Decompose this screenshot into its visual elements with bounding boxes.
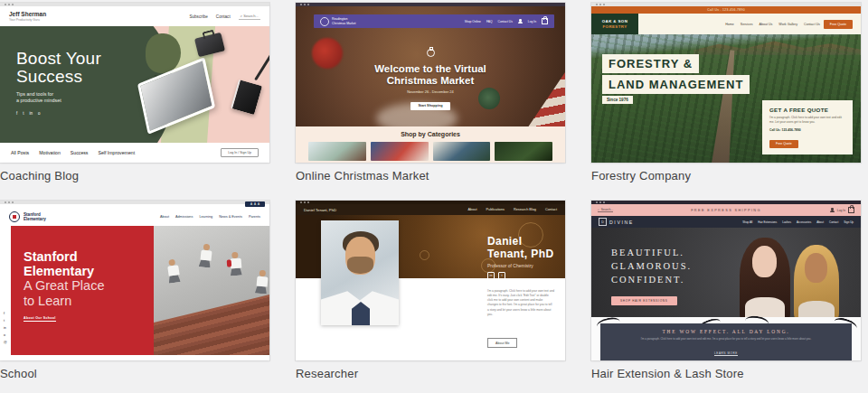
- bubble-decoration: [420, 250, 429, 260]
- template-grid: Jeff Sherman Your Productivity Guru Subs…: [0, 3, 861, 380]
- about-school-button: About Our School: [24, 316, 56, 322]
- section-title: Shop by Categories: [296, 131, 565, 137]
- blog-category-bar: All Posts Motivation Success Self Improv…: [0, 143, 269, 163]
- hero-headline: Welcome to the Virtual Christmas Market: [296, 63, 565, 87]
- event-dates: November 26 - December 24: [296, 89, 565, 94]
- linkedin-icon: in: [487, 272, 495, 278]
- nav-learning: Learning: [199, 215, 212, 219]
- template-card-coaching-blog[interactable]: Jeff Sherman Your Productivity Guru Subs…: [0, 3, 269, 182]
- twitter-icon: t: [4, 319, 7, 323]
- facebook-icon: f: [16, 111, 17, 116]
- notebook-image: [231, 80, 262, 115]
- template-card-lash-store[interactable]: ⌕ Search... FREE EXPRESS SHIPPING Log In…: [591, 201, 861, 380]
- lash-store-thumbnail[interactable]: ⌕ Search... FREE EXPRESS SHIPPING Log In…: [591, 201, 861, 360]
- nav-accessories: Accessories: [797, 220, 811, 224]
- template-label: Researcher: [296, 367, 565, 380]
- brick-steps: [154, 285, 269, 355]
- learn-more-link: LEARN MORE: [714, 351, 738, 356]
- template-card-forestry[interactable]: Call Us - 123-456-7890 OAK & SON FORESTR…: [591, 3, 861, 182]
- nav-about: About: [468, 208, 477, 211]
- christmas-market-thumbnail[interactable]: Readington Christmas Market Shop Online …: [296, 3, 565, 163]
- nav-contact: Contact: [829, 220, 838, 224]
- site-tagline: Your Productivity Guru: [9, 18, 46, 22]
- hero-headline: BEAUTIFUL. GLAMOROUS. CONFIDENT.: [611, 246, 692, 287]
- school-crest-icon: [9, 211, 20, 222]
- model-blonde: [794, 245, 839, 317]
- site-logo-icon: D: [599, 218, 607, 226]
- nav-home: Home: [725, 23, 734, 26]
- category-image: [495, 142, 552, 161]
- banner-text: I'm a paragraph. Click here to add your …: [620, 337, 832, 342]
- facebook-icon: f: [4, 312, 7, 315]
- nav-admissions: Admissions: [175, 215, 193, 219]
- student-figure: [166, 258, 181, 284]
- site-header: Stanford Elementary About Admissions Lea…: [0, 208, 269, 226]
- template-card-school[interactable]: AAA Stanford Elementary About Admissions…: [0, 201, 269, 380]
- template-card-researcher[interactable]: Daniel Tenant, PhD About Publications Re…: [296, 201, 565, 380]
- student-figure: [230, 251, 243, 276]
- shipping-banner: FREE EXPRESS SHIPPING: [591, 209, 861, 212]
- hero-headline: Stanford Elementary A Great Place to Lea…: [24, 249, 104, 322]
- forestry-thumbnail[interactable]: Call Us - 123-456-7890 OAK & SON FORESTR…: [591, 3, 861, 163]
- nav-about: About: [816, 220, 824, 224]
- free-quote-button: Free Quote: [824, 20, 853, 29]
- pen-image: [254, 53, 269, 80]
- nav-contact: Contact: [545, 208, 557, 211]
- cart-icon: [542, 18, 548, 25]
- coaching-blog-thumbnail[interactable]: Jeff Sherman Your Productivity Guru Subs…: [0, 3, 269, 163]
- quote-title: GET A FREE QUOTE: [769, 107, 845, 113]
- search-input: ⌕ Search...: [239, 14, 260, 20]
- site-logo: DIVINE: [609, 220, 634, 225]
- template-gallery: Jeff Sherman Your Productivity Guru Subs…: [0, 0, 868, 393]
- template-label: Hair Extension & Lash Store: [591, 367, 861, 380]
- about-me-button: About Me: [487, 338, 517, 348]
- olive-shape: [146, 33, 181, 73]
- site-logo-icon: [320, 17, 329, 26]
- site-header: Daniel Tenant, PhD About Publications Re…: [296, 204, 565, 215]
- nav-lashes: Lashes: [782, 220, 791, 224]
- site-header: D DIVINE Shop All Hair Extensions Lashes…: [591, 216, 861, 228]
- quote-cta-button: Free Quote: [769, 140, 798, 148]
- account-icon: [518, 19, 523, 23]
- hero-section: Readington Christmas Market Shop Online …: [296, 6, 565, 126]
- site-logo: Stanford Elementary: [24, 212, 46, 222]
- shop-extensions-button: SHOP HAIR EXTENSIONS: [611, 296, 677, 305]
- template-label: Online Christmas Market: [296, 169, 565, 182]
- social-icons: f t in o: [16, 111, 101, 116]
- nav-news-events: News & Events: [219, 215, 242, 219]
- category-self-improvement: Self Improvement: [98, 150, 135, 155]
- category-image: [308, 142, 366, 161]
- researcher-title: Professor of Chemistry: [487, 263, 565, 268]
- nav-publications: Publications: [486, 208, 505, 211]
- phone-topbar: Call Us - 123-456-7890: [591, 6, 861, 14]
- site-header: OAK & SON FORESTRY Home Services About U…: [591, 14, 861, 34]
- site-logo: Jeff Sherman: [9, 11, 46, 18]
- announcement-bar: ⌕ Search... FREE EXPRESS SHIPPING Log In: [591, 204, 861, 216]
- researcher-thumbnail[interactable]: Daniel Tenant, PhD About Publications Re…: [296, 201, 565, 360]
- banner-title: THE WOW EFFECT. ALL DAY LONG.: [600, 329, 852, 334]
- site-logo: OAK & SON FORESTRY: [591, 14, 638, 34]
- login-link: Log In: [837, 209, 845, 212]
- site-logo: Readington Christmas Market: [332, 17, 356, 25]
- template-label: Coaching Blog: [0, 169, 269, 182]
- template-card-christmas-market[interactable]: Readington Christmas Market Shop Online …: [296, 3, 565, 182]
- nav-research-blog: Research Blog: [514, 208, 536, 211]
- category-motivation: Motivation: [39, 150, 61, 155]
- browser-chrome: [0, 201, 269, 204]
- student-figure: [255, 269, 269, 294]
- wow-effect-banner: THE WOW EFFECT. ALL DAY LONG. I'm a para…: [600, 323, 852, 360]
- nav-contact: Contact: [216, 14, 231, 19]
- site-header: Readington Christmas Market Shop Online …: [314, 14, 554, 28]
- bio-paragraph: I'm a paragraph. Click here to add your …: [487, 289, 554, 317]
- hero-headline: Boost Your Success: [16, 50, 101, 86]
- since-badge: Since 1976: [602, 96, 633, 104]
- category-image: [371, 142, 429, 161]
- school-thumbnail[interactable]: AAA Stanford Elementary About Admissions…: [0, 201, 269, 360]
- search-icon: ⌕: [241, 14, 242, 18]
- linkedin-icon: in: [30, 111, 33, 116]
- template-label: School: [0, 367, 269, 380]
- quote-phone: Call Us: 123-456-7890: [769, 128, 845, 132]
- login-signup-button: Log In / Sign Up: [221, 148, 259, 157]
- twitter-icon: t: [23, 111, 24, 116]
- hero-section: Stanford Elementary A Great Place to Lea…: [0, 226, 269, 360]
